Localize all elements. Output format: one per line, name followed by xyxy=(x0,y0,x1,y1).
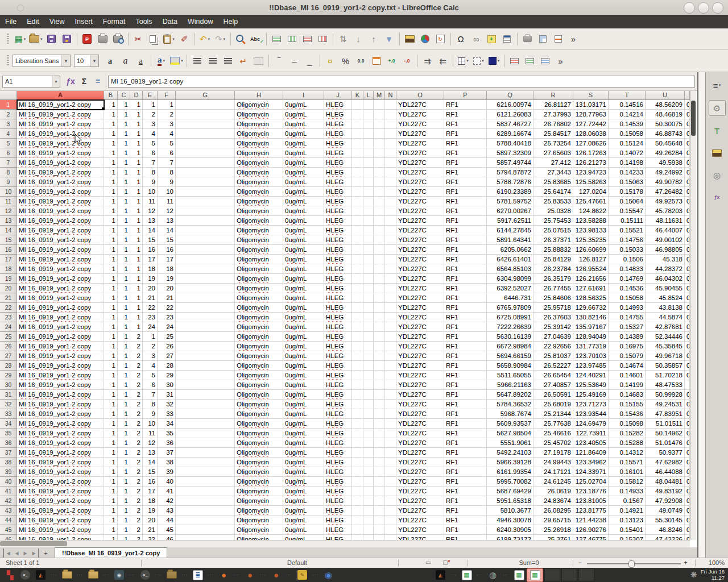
cell-R31[interactable]: 26.50591 xyxy=(533,390,573,400)
row-header-23[interactable]: 23 xyxy=(0,313,17,322)
cell-P13[interactable]: RF1 xyxy=(444,216,487,226)
cell-U38[interactable]: 47.62982 xyxy=(646,458,685,467)
cell-E31[interactable]: 7 xyxy=(143,390,158,400)
cell-P6[interactable]: RF1 xyxy=(444,148,487,158)
cell-V34[interactable]: 0. xyxy=(685,419,690,429)
cell-V43[interactable]: 0. xyxy=(685,506,690,516)
cell-T39[interactable]: 0.16101 xyxy=(609,467,646,477)
cell-H6[interactable]: Oligomycin xyxy=(235,148,283,158)
cell-A21[interactable]: MI 16_0919_yor1-2 copy xyxy=(17,293,104,303)
cell-H10[interactable]: Oligomycin xyxy=(235,187,283,197)
cell-I23[interactable]: 0ug/mL xyxy=(283,313,324,322)
cell-I8[interactable]: 0ug/mL xyxy=(283,168,324,177)
cell-N3[interactable] xyxy=(385,119,396,129)
cell-S5[interactable]: 127.08626 xyxy=(573,139,609,148)
cell-O13[interactable]: YDL227C xyxy=(396,216,444,226)
cell-U11[interactable]: 49.92573 xyxy=(646,197,685,206)
cell-K35[interactable] xyxy=(352,429,363,438)
cell-K8[interactable] xyxy=(352,168,363,177)
cell-Q25[interactable]: 5630.16139 xyxy=(487,332,533,342)
row-header-35[interactable]: 35 xyxy=(0,429,17,438)
cell-O46[interactable]: YDL227C xyxy=(396,535,444,540)
cell-C18[interactable]: 1 xyxy=(118,264,130,274)
cell-B6[interactable]: 1 xyxy=(104,148,118,158)
cell-N11[interactable] xyxy=(385,197,396,206)
cell-F37[interactable]: 37 xyxy=(158,448,176,458)
cell-G10[interactable] xyxy=(176,187,235,197)
cell-S31[interactable]: 125.49169 xyxy=(573,390,609,400)
row-header-8[interactable]: 8 xyxy=(0,168,17,177)
cell-Q14[interactable]: 6144.27845 xyxy=(487,226,533,235)
cell-F22[interactable]: 22 xyxy=(158,303,176,313)
menu-window[interactable]: Window xyxy=(183,15,218,28)
row-header-40[interactable]: 40 xyxy=(0,477,17,487)
open-button[interactable]: ▾ xyxy=(28,32,44,47)
chevron-down-icon[interactable]: ▾ xyxy=(719,83,721,88)
border-color-button[interactable]: ▾ xyxy=(486,53,502,68)
cell-B3[interactable]: 1 xyxy=(104,119,118,129)
cell-Q20[interactable]: 6392.52027 xyxy=(487,284,533,293)
cell-L8[interactable] xyxy=(363,168,374,177)
column-header-O[interactable]: O xyxy=(396,91,444,100)
cell-R21[interactable]: 25.84606 xyxy=(533,293,573,303)
cell-V29[interactable]: 0. xyxy=(685,371,690,380)
cell-M42[interactable] xyxy=(374,496,385,506)
column-header-T[interactable]: T xyxy=(609,91,646,100)
cell-V31[interactable]: 0. xyxy=(685,390,690,400)
cell-Q2[interactable]: 6121.26083 xyxy=(487,110,533,119)
cell-O28[interactable]: YDL227C xyxy=(396,361,444,371)
cell-E2[interactable]: 2 xyxy=(143,110,158,119)
cell-S27[interactable]: 123.70103 xyxy=(573,351,609,361)
cell-T36[interactable]: 0.15288 xyxy=(609,438,646,448)
cell-E27[interactable]: 3 xyxy=(143,351,158,361)
cell-P44[interactable]: RF1 xyxy=(444,516,487,525)
cell-L36[interactable] xyxy=(363,438,374,448)
delete-column-button[interactable] xyxy=(315,32,330,47)
cell-G35[interactable] xyxy=(176,429,235,438)
cell-P37[interactable]: RF1 xyxy=(444,448,487,458)
cell-H9[interactable]: Oligomycin xyxy=(235,177,283,187)
cell-H29[interactable]: Oligomycin xyxy=(235,371,283,380)
cell-I43[interactable]: 0ug/mL xyxy=(283,506,324,516)
cell-O7[interactable]: YDL227C xyxy=(396,158,444,168)
cell-F38[interactable]: 38 xyxy=(158,458,176,467)
cell-F21[interactable]: 21 xyxy=(158,293,176,303)
insert-row-button[interactable] xyxy=(269,32,284,47)
sidebar-settings-button[interactable]: ≡▾ xyxy=(709,78,725,93)
cell-H28[interactable]: Oligomycin xyxy=(235,361,283,371)
cell-I33[interactable]: 0ug/mL xyxy=(283,409,324,419)
cell-F24[interactable]: 24 xyxy=(158,322,176,332)
chevron-down-icon[interactable]: ▼ xyxy=(52,76,60,87)
cell-S6[interactable]: 126.17263 xyxy=(573,148,609,158)
cell-Q29[interactable]: 5511.65055 xyxy=(487,371,533,380)
cell-S11[interactable]: 125.47661 xyxy=(573,197,609,206)
cell-N13[interactable] xyxy=(385,216,396,226)
cell-A36[interactable]: MI 16_0919_yor1-2 copy xyxy=(17,438,104,448)
cell-V17[interactable]: 0. xyxy=(685,255,690,264)
menu-tools[interactable]: Tools xyxy=(130,15,157,28)
cell-V28[interactable]: 0. xyxy=(685,361,690,371)
cell-B21[interactable]: 1 xyxy=(104,293,118,303)
cell-E12[interactable]: 12 xyxy=(143,206,158,216)
cell-T8[interactable]: 0.14233 xyxy=(609,168,646,177)
cell-H36[interactable]: Oligomycin xyxy=(235,438,283,448)
screenshot-tool-button[interactable]: ◉ xyxy=(111,569,127,581)
column-header-A[interactable]: A xyxy=(17,91,104,100)
cell-V30[interactable] xyxy=(685,380,690,390)
cell-D45[interactable]: 2 xyxy=(130,525,143,535)
cell-G20[interactable] xyxy=(176,284,235,293)
cell-O34[interactable]: YDL227C xyxy=(396,419,444,429)
headers-and-footers-button[interactable] xyxy=(499,32,515,47)
cell-H20[interactable]: Oligomycin xyxy=(235,284,283,293)
cell-E5[interactable]: 5 xyxy=(143,139,158,148)
cell-R24[interactable]: 25.39142 xyxy=(533,322,573,332)
chevron-down-icon[interactable]: ▾ xyxy=(181,59,183,63)
cell-U8[interactable]: 49.24992 xyxy=(646,168,685,177)
align-top-button[interactable]: ‾ xyxy=(271,53,287,68)
cell-U30[interactable]: 48.47533 xyxy=(646,380,685,390)
cell-R15[interactable]: 26.37371 xyxy=(533,235,573,245)
cell-E42[interactable]: 18 xyxy=(143,496,158,506)
cell-D20[interactable]: 1 xyxy=(130,284,143,293)
cell-S8[interactable]: 123.94723 xyxy=(573,168,609,177)
cell-G45[interactable] xyxy=(176,525,235,535)
